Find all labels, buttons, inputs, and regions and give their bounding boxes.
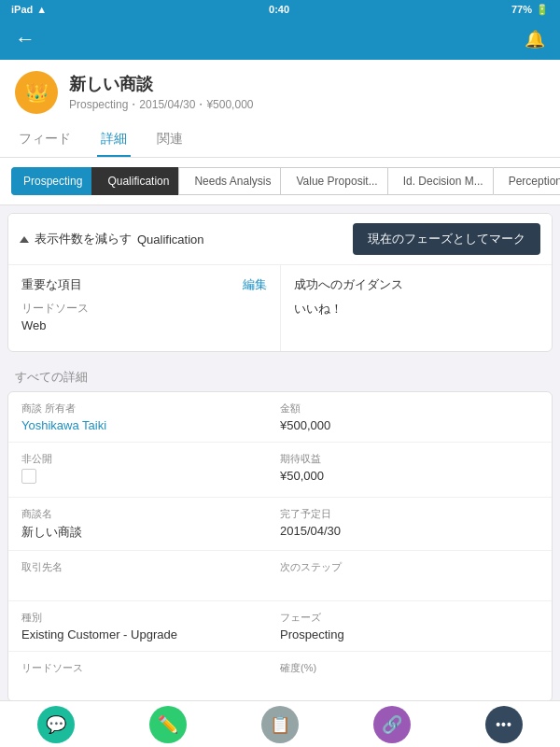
wifi-icon: ▲ — [36, 4, 47, 15]
status-left: iPad ▲ — [11, 4, 47, 15]
next-step-label: 次のステップ — [280, 560, 539, 574]
edit-icon: ✏️ — [158, 714, 178, 735]
next-step-value — [280, 577, 539, 591]
all-details-title: すべての詳細 — [0, 359, 560, 391]
clipboard-button[interactable]: 📋 — [261, 706, 299, 743]
private-checkbox[interactable] — [21, 469, 36, 484]
status-time: 0:40 — [269, 4, 289, 15]
mark-phase-button[interactable]: 現在のフェーズとしてマーク — [353, 223, 540, 255]
avatar: 👑 — [15, 71, 58, 114]
amount-value: ¥500,000 — [280, 418, 539, 432]
phase-prospecting[interactable]: Prospecting — [11, 167, 91, 195]
phase-bar: Prospecting Qualification Needs Analysis… — [0, 158, 560, 205]
next-step-col: 次のステップ — [280, 560, 539, 591]
main-content: Prospecting Qualification Needs Analysis… — [0, 158, 560, 715]
phase-col: フェーズ Prospecting — [280, 611, 539, 641]
important-title: 重要な項目 — [21, 276, 82, 293]
guidance-section: 成功へのガイダンス いいね！ — [281, 265, 553, 351]
carrier-label: iPad — [11, 4, 33, 15]
phase-value: Prospecting — [280, 627, 539, 641]
table-row: 種別 Existing Customer - Upgrade フェーズ Pros… — [8, 601, 552, 652]
probability-value — [280, 678, 539, 692]
phase-needs-analysis[interactable]: Needs Analysis — [178, 167, 280, 195]
table-row: 商談名 新しい商談 完了予定日 2015/04/30 — [8, 498, 552, 551]
lead-source2-value — [21, 678, 280, 692]
owner-col: 商談 所有者 Yoshikawa Taiki — [21, 402, 280, 432]
private-col: 非公開 — [21, 452, 280, 487]
account-value — [21, 577, 280, 591]
notification-bell-icon[interactable]: 🔔 — [525, 29, 545, 49]
chat-button[interactable]: 💬 — [37, 706, 75, 743]
chat-icon: 💬 — [46, 714, 66, 735]
mark-phase-row: 表示件数を減らす Qualification 現在のフェーズとしてマーク — [8, 214, 552, 265]
type-col: 種別 Existing Customer - Upgrade — [21, 611, 280, 641]
close-date-col: 完了予定日 2015/04/30 — [280, 507, 539, 541]
link-icon: 🔗 — [382, 714, 402, 735]
expected-revenue-value: ¥50,000 — [280, 469, 539, 483]
table-row: 取引先名 次のステップ — [8, 551, 552, 601]
crown-icon: 👑 — [25, 81, 49, 104]
lead-source-value: Web — [21, 318, 267, 332]
expected-revenue-label: 期待収益 — [280, 452, 539, 466]
battery-level: 77% — [511, 4, 532, 15]
owner-label: 商談 所有者 — [21, 402, 280, 416]
private-label: 非公開 — [21, 452, 280, 466]
deal-name-label: 商談名 — [21, 507, 280, 521]
guidance-content: いいね！ — [294, 301, 539, 317]
important-fields: 重要な項目 編集 リードソース Web — [8, 265, 281, 351]
probability-label: 確度(%) — [280, 661, 539, 675]
back-button[interactable]: ← — [15, 27, 35, 51]
table-row: 非公開 期待収益 ¥50,000 — [8, 443, 552, 498]
important-guidance-section: 重要な項目 編集 リードソース Web 成功へのガイダンス いいね！ — [8, 265, 552, 351]
edit-link[interactable]: 編集 — [243, 276, 267, 293]
lead-source-label: リードソース — [21, 301, 267, 317]
owner-value[interactable]: Yoshikawa Taiki — [21, 418, 280, 432]
tab-related[interactable]: 関連 — [153, 123, 187, 157]
amount-col: 金額 ¥500,000 — [280, 402, 539, 432]
nav-bar: ← 🔔 — [0, 19, 560, 60]
probability-col: 確度(%) — [280, 661, 539, 692]
close-date-label: 完了予定日 — [280, 507, 539, 521]
lead-source2-label: リードソース — [21, 661, 280, 675]
phase-qualification[interactable]: Qualification — [91, 167, 178, 195]
current-phase-label: Qualification — [137, 233, 204, 247]
phase-label: フェーズ — [280, 611, 539, 625]
phase-value-prop[interactable]: Value Proposit... — [280, 167, 386, 195]
link-button[interactable]: 🔗 — [373, 706, 411, 743]
status-right: 77% 🔋 — [511, 4, 549, 16]
account-label: 取引先名 — [21, 560, 280, 574]
tab-bar: フィード 詳細 関連 — [15, 123, 545, 157]
header: 👑 新しい商談 Prospecting・2015/04/30・¥500,000 … — [0, 60, 560, 158]
expected-revenue-col: 期待収益 ¥50,000 — [280, 452, 539, 487]
header-subtitle: Prospecting・2015/04/30・¥500,000 — [69, 97, 253, 113]
tab-feed[interactable]: フィード — [15, 123, 75, 157]
collapse-label[interactable]: 表示件数を減らす — [35, 231, 132, 247]
edit-button[interactable]: ✏️ — [149, 706, 187, 743]
collapse-icon — [20, 236, 29, 243]
table-row: 商談 所有者 Yoshikawa Taiki 金額 ¥500,000 — [8, 392, 552, 443]
deal-name-value: 新しい商談 — [21, 524, 280, 541]
mark-phase-card: 表示件数を減らす Qualification 現在のフェーズとしてマーク 重要な… — [7, 213, 553, 352]
guidance-title: 成功へのガイダンス — [294, 276, 403, 293]
phase-decision-maker[interactable]: Id. Decision M... — [387, 167, 493, 195]
tab-details[interactable]: 詳細 — [97, 123, 131, 157]
type-value: Existing Customer - Upgrade — [21, 627, 280, 641]
table-row: リードソース 確度(%) — [8, 652, 552, 701]
bottom-tab-bar: 💬 ✏️ 📋 🔗 ••• — [0, 700, 560, 747]
all-details-card: 商談 所有者 Yoshikawa Taiki 金額 ¥500,000 非公開 期… — [7, 391, 553, 702]
phase-perception[interactable]: Perception An... — [493, 167, 560, 195]
more-icon: ••• — [496, 717, 512, 732]
lead-source2-col: リードソース — [21, 661, 280, 692]
close-date-value: 2015/04/30 — [280, 524, 539, 538]
status-bar: iPad ▲ 0:40 77% 🔋 — [0, 0, 560, 19]
type-label: 種別 — [21, 611, 280, 625]
more-button[interactable]: ••• — [485, 706, 523, 743]
clipboard-icon: 📋 — [270, 714, 290, 735]
deal-name-col: 商談名 新しい商談 — [21, 507, 280, 541]
battery-icon: 🔋 — [536, 4, 549, 16]
page-title: 新しい商談 — [69, 73, 253, 95]
amount-label: 金額 — [280, 402, 539, 416]
account-col: 取引先名 — [21, 560, 280, 591]
